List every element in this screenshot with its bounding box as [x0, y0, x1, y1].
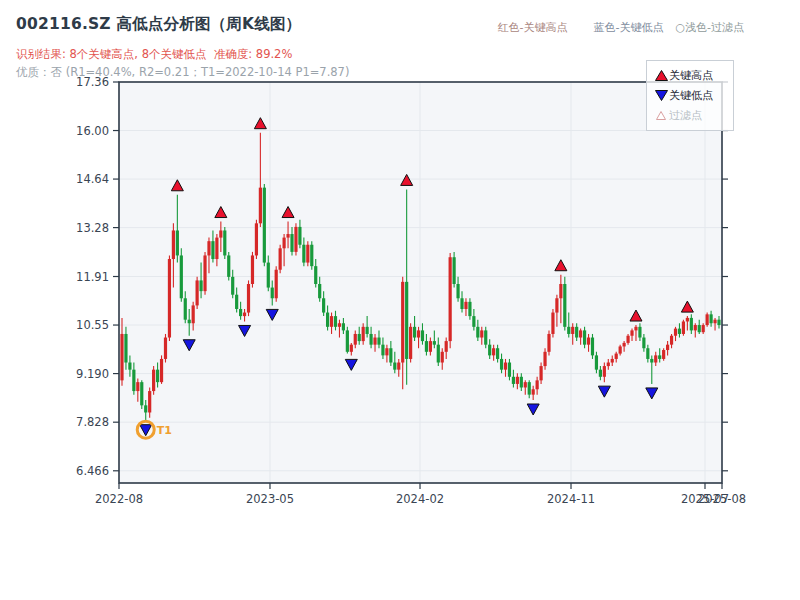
candle-up	[354, 334, 357, 345]
candle-up	[247, 284, 250, 313]
candle-down	[453, 257, 456, 284]
legend-item-label: 关键低点	[669, 88, 713, 103]
candle-down	[322, 298, 325, 312]
candle-down	[310, 245, 313, 266]
candle-down	[231, 277, 234, 295]
candle-down	[595, 355, 598, 369]
candle-up	[579, 330, 582, 337]
candle-down	[184, 298, 187, 319]
legend-item-key-low: 关键低点	[653, 85, 727, 105]
candle-up	[504, 363, 507, 370]
candle-up	[445, 341, 448, 352]
candle-down	[124, 334, 127, 363]
legend-item-label: 关键高点	[669, 68, 713, 83]
candle-up	[524, 382, 527, 387]
candle-up	[441, 352, 444, 363]
candle-up	[282, 238, 285, 249]
candle-down	[223, 230, 226, 255]
x-tick-label: 2024-11	[547, 492, 595, 506]
candle-down	[366, 327, 369, 334]
candle-up	[306, 245, 309, 263]
candle-up	[362, 327, 365, 341]
candle-up	[686, 318, 689, 322]
candle-up	[350, 345, 353, 352]
candle-up	[587, 338, 590, 345]
candle-down	[642, 338, 645, 349]
candle-down	[358, 334, 361, 341]
candle-down	[512, 377, 515, 384]
x-tick-label: 2024-02	[396, 492, 444, 506]
y-tick-label: 10.55	[76, 318, 109, 332]
candle-down	[472, 316, 475, 327]
candle-down	[326, 313, 329, 327]
candle-down	[413, 327, 416, 338]
y-tick-label: 11.91	[76, 270, 109, 284]
candle-up	[702, 325, 705, 332]
candle-down	[342, 323, 345, 330]
candle-down	[180, 255, 183, 298]
candle-up	[215, 238, 218, 259]
y-tick-label: 16.00	[76, 124, 109, 138]
candle-up	[559, 284, 562, 298]
candle-down	[298, 227, 301, 245]
candle-down	[132, 370, 135, 391]
candle-down	[437, 345, 440, 363]
y-tick-label: 17.36	[76, 75, 109, 89]
candle-up	[136, 382, 139, 391]
candle-down	[484, 330, 487, 344]
candle-up	[603, 366, 606, 377]
candle-down	[717, 320, 720, 325]
candle-up	[619, 346, 622, 353]
candle-up	[694, 325, 697, 330]
candle-down	[500, 359, 503, 370]
candle-up	[203, 255, 206, 291]
candle-down	[176, 230, 179, 255]
candle-up	[120, 334, 123, 380]
candle-up	[397, 363, 400, 370]
candle-down	[377, 338, 380, 345]
candle-down	[690, 318, 693, 330]
candle-up	[611, 359, 614, 363]
candle-down	[389, 348, 392, 362]
candle-up	[547, 334, 550, 352]
candle-down	[456, 284, 459, 298]
candle-down	[318, 284, 321, 298]
candle-up	[164, 338, 167, 359]
candle-down	[235, 295, 238, 309]
candle-down	[405, 282, 408, 359]
candle-up	[539, 366, 542, 380]
candle-up	[172, 230, 175, 259]
candle-up	[713, 320, 716, 324]
candle-down	[425, 341, 428, 352]
candle-down	[239, 309, 242, 316]
candle-down	[678, 329, 681, 334]
legend-item-key-high: 关键高点	[653, 65, 727, 85]
candle-up	[464, 302, 467, 309]
candle-down	[520, 377, 523, 388]
candle-up	[152, 370, 155, 391]
candle-up	[196, 280, 199, 305]
candle-up	[207, 241, 210, 255]
candle-down	[488, 345, 491, 356]
candle-down	[575, 327, 578, 338]
candle-down	[563, 284, 566, 327]
candle-up	[429, 341, 432, 352]
candle-up	[338, 323, 341, 327]
t1-label: T1	[157, 424, 172, 437]
candle-down	[650, 359, 653, 363]
candle-down	[476, 327, 479, 338]
candle-down	[334, 316, 337, 327]
candle-up	[674, 329, 677, 336]
candle-up	[409, 327, 412, 359]
candle-up	[255, 223, 258, 255]
candle-up	[480, 330, 483, 337]
candle-down	[144, 405, 147, 412]
candle-up	[543, 352, 546, 366]
candle-up	[373, 338, 376, 345]
candle-up	[243, 313, 246, 317]
candle-down	[468, 302, 471, 316]
candle-up	[385, 348, 388, 355]
candle-up	[219, 230, 222, 237]
candle-down	[583, 330, 586, 344]
candle-up	[654, 355, 657, 362]
